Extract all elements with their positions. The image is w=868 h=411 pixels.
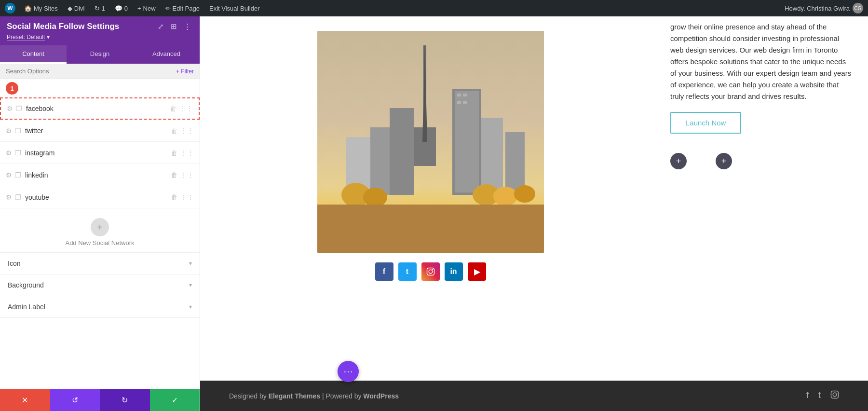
svg-rect-20 [317, 205, 544, 253]
settings-icon-facebook[interactable]: ⚙ [7, 105, 13, 112]
social-item-youtube[interactable]: ⚙ ❐ youtube 🗑 ⋮⋮ [0, 186, 200, 208]
edit-page-label: Edit Page [173, 5, 200, 12]
my-sites-menu[interactable]: 🏠 My Sites [20, 0, 62, 16]
exit-visual-builder-btn[interactable]: Exit Visual Builder [205, 0, 264, 16]
copy-icon-twitter[interactable]: ❐ [15, 127, 21, 135]
social-name-twitter: twitter [25, 127, 171, 135]
footer-twitter-icon[interactable]: t [818, 390, 821, 401]
accordion-admin-label-text: Admin Label [8, 303, 45, 311]
tab-content[interactable]: Content [0, 45, 67, 64]
drag-icon-youtube[interactable]: ⋮⋮ [180, 193, 194, 201]
instagram-icon-btn[interactable] [421, 262, 440, 281]
settings-icon-linkedin[interactable]: ⚙ [6, 171, 12, 179]
accordion-background-label: Background [8, 281, 44, 289]
wp-logo-icon[interactable]: W [5, 3, 15, 14]
add-column-right-button[interactable]: + [716, 153, 732, 169]
copy-icon-instagram[interactable]: ❐ [15, 149, 21, 157]
page-footer: Designed by Elegant Themes | Powered by … [200, 381, 868, 411]
facebook-icon-btn[interactable]: f [375, 262, 393, 281]
trash-icon-instagram[interactable]: 🗑 [171, 149, 177, 157]
page-body: f t in ▶ grow their online presence an [200, 16, 868, 381]
social-item-facebook[interactable]: ⚙ ❐ facebook 🗑 ⋮⋮ [0, 97, 200, 120]
floating-action-button[interactable]: ⋯ [338, 361, 359, 382]
comment-count: 1 [102, 5, 105, 12]
social-icons-row: f t in ▶ [375, 262, 486, 281]
footer-elegant-themes: Elegant Themes [269, 392, 320, 400]
avatar: CG [853, 3, 863, 14]
page-content: f t in ▶ grow their online presence an [200, 16, 868, 411]
save-button[interactable]: ✓ [150, 389, 200, 411]
linkedin-icon-btn[interactable]: in [445, 262, 463, 281]
bottom-toolbar: ✕ ↺ ↻ ✓ [0, 389, 200, 411]
plus-row: + + [670, 153, 854, 169]
undo-button[interactable]: ↺ [50, 389, 100, 411]
drag-icon-linkedin[interactable]: ⋮⋮ [180, 171, 194, 179]
trash-icon-linkedin[interactable]: 🗑 [171, 171, 177, 179]
accordion-admin-label-header[interactable]: Admin Label ▾ [0, 296, 200, 317]
panel-tabs: Content Design Advanced [0, 45, 200, 64]
social-item-linkedin[interactable]: ⚙ ❐ linkedin 🗑 ⋮⋮ [0, 164, 200, 186]
svg-rect-7 [481, 118, 503, 195]
svg-rect-21 [427, 268, 434, 275]
city-image [317, 31, 544, 253]
tab-advanced[interactable]: Advanced [133, 45, 200, 64]
svg-point-23 [432, 269, 433, 270]
divi-icon: ◆ [68, 5, 72, 12]
svg-point-19 [514, 185, 535, 203]
svg-rect-24 [831, 391, 839, 398]
new-menu[interactable]: + New [134, 0, 160, 16]
content-left: f t in ▶ [200, 16, 661, 381]
settings-icon-youtube[interactable]: ⚙ [6, 193, 12, 201]
footer-facebook-icon[interactable]: f [806, 390, 809, 401]
loop-icon: ↻ [95, 5, 100, 12]
filter-button[interactable]: + Filter [176, 68, 194, 75]
copy-icon-linkedin[interactable]: ❐ [15, 171, 21, 179]
youtube-icon-btn[interactable]: ▶ [468, 262, 486, 281]
trash-icon-twitter[interactable]: 🗑 [171, 127, 177, 135]
social-item-twitter[interactable]: ⚙ ❐ twitter 🗑 ⋮⋮ [0, 120, 200, 142]
drag-icon-facebook[interactable]: ⋮⋮ [179, 105, 193, 112]
search-input[interactable] [6, 68, 172, 75]
menu-dots-icon[interactable]: ⋮ [182, 21, 193, 32]
cancel-icon: ✕ [22, 396, 28, 405]
exit-vb-label: Exit Visual Builder [209, 5, 260, 12]
grid-icon[interactable]: ⊞ [169, 21, 179, 32]
tab-design[interactable]: Design [67, 45, 133, 64]
settings-icon-twitter[interactable]: ⚙ [6, 127, 12, 135]
bubble-menu[interactable]: 💬 0 [111, 0, 132, 16]
trash-icon-youtube[interactable]: 🗑 [171, 193, 177, 201]
add-new-button[interactable]: + [91, 218, 109, 236]
settings-icon-instagram[interactable]: ⚙ [6, 149, 12, 157]
cancel-button[interactable]: ✕ [0, 389, 50, 411]
social-item-instagram[interactable]: ⚙ ❐ instagram 🗑 ⋮⋮ [0, 142, 200, 164]
comment-menu[interactable]: ↻ 1 [91, 0, 109, 16]
edit-page-btn[interactable]: ✏ Edit Page [162, 0, 203, 16]
drag-icon-twitter[interactable]: ⋮⋮ [180, 127, 194, 135]
add-column-left-button[interactable]: + [670, 153, 687, 169]
step-badge: 1 [6, 82, 18, 95]
svg-rect-6 [390, 108, 414, 195]
divi-menu[interactable]: ◆ Divi [64, 0, 89, 16]
bubble-icon: 💬 [115, 5, 122, 12]
redo-button[interactable]: ↻ [100, 389, 150, 411]
social-name-instagram: instagram [25, 149, 171, 157]
launch-now-button[interactable]: Launch Now [670, 112, 741, 134]
wp-admin-bar: W 🏠 My Sites ◆ Divi ↻ 1 💬 0 + New ✏ Edit… [0, 0, 868, 16]
trash-icon-facebook[interactable]: 🗑 [170, 105, 176, 112]
accordion-background-header[interactable]: Background ▾ [0, 274, 200, 296]
svg-rect-12 [463, 94, 467, 96]
add-new-label: Add New Social Network [65, 239, 134, 247]
svg-rect-5 [455, 91, 479, 192]
svg-rect-10 [505, 132, 525, 195]
copy-icon-facebook[interactable]: ❐ [16, 105, 22, 112]
copy-icon-youtube[interactable]: ❐ [15, 193, 21, 201]
accordion-icon-header[interactable]: Icon ▾ [0, 253, 200, 274]
footer-instagram-icon[interactable] [830, 390, 839, 401]
svg-rect-14 [463, 101, 467, 104]
user-menu[interactable]: Howdy, Christina Gwira CG [785, 3, 863, 14]
twitter-icon-btn[interactable]: t [398, 262, 417, 281]
howdy-label: Howdy, Christina Gwira [785, 5, 850, 12]
drag-icon-instagram[interactable]: ⋮⋮ [180, 149, 194, 157]
preset-selector[interactable]: Preset: Default ▾ [7, 34, 193, 41]
resize-icon[interactable]: ⤢ [156, 21, 166, 32]
